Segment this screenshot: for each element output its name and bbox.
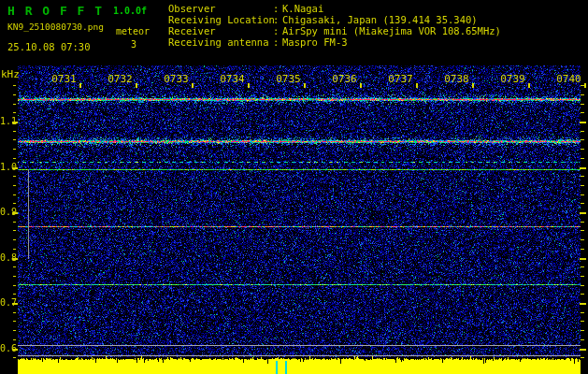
hrofft-screen: H R O F F T 1.0.0f KN9_2510080730.png me… [0,0,588,374]
spectrogram-canvas [0,0,588,374]
y-axis-unit-label: kHz [1,68,20,80]
